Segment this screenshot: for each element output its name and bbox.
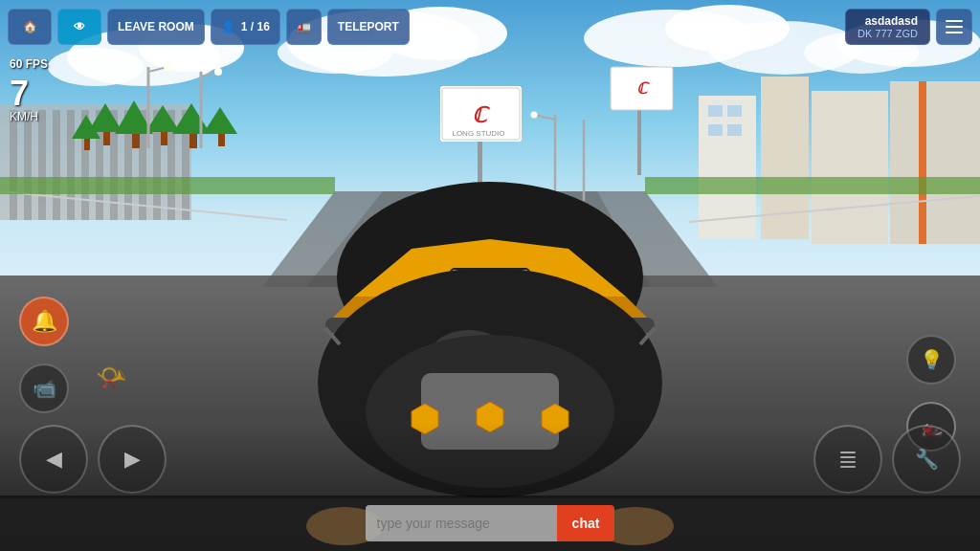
alert-icon: 🔔 (32, 309, 57, 334)
players-count: 1 / 16 (241, 20, 270, 33)
leave-room-button[interactable]: LEAVE ROOM (107, 9, 205, 45)
chat-button-label: chat (572, 516, 600, 531)
leave-room-label: LEAVE ROOM (118, 20, 194, 33)
speed-unit: KM/H (10, 111, 38, 122)
speed-value: 7 (10, 77, 29, 111)
action-1-icon (840, 452, 856, 468)
hud-top-bar: 🏠 👁 LEAVE ROOM 👤 1 / 16 🚛 TELEPORT asdad… (0, 0, 980, 53)
camera-icon: 📹 (33, 377, 56, 400)
player-name: asdadasd (865, 14, 918, 28)
headlight-button[interactable]: 💡 (906, 335, 956, 385)
player-plate: DK 777 ZGD (858, 28, 918, 39)
eye-icon: 👁 (74, 20, 85, 33)
speed-indicator: 7 KM/H (10, 77, 38, 122)
player-info: asdadasd DK 777 ZGD (845, 9, 930, 45)
fps-value: 60 FPS (10, 57, 48, 71)
menu-icon (946, 20, 963, 33)
headlight-icon: 💡 (920, 348, 944, 371)
players-button[interactable]: 👤 1 / 16 (211, 9, 280, 45)
horn-icon: 📯 (96, 364, 126, 392)
nav-left-arrow-button[interactable]: ◀ (19, 425, 88, 494)
menu-button[interactable] (936, 9, 972, 45)
camera-button[interactable]: 📹 (19, 364, 69, 413)
chat-input[interactable] (366, 505, 557, 541)
chat-bar: chat (0, 496, 980, 551)
home-button[interactable]: 🏠 (8, 9, 52, 45)
hud-right: asdadasd DK 777 ZGD (845, 9, 972, 45)
car-icon: 🚛 (297, 20, 311, 33)
horn-button[interactable]: 📯 (96, 364, 126, 393)
nav-right-arrow-button[interactable]: ▶ (98, 425, 167, 494)
action-2-icon: 🔧 (915, 448, 939, 471)
home-icon: 🏠 (23, 20, 37, 33)
car-icon-button[interactable]: 🚛 (286, 9, 322, 45)
eye-button[interactable]: 👁 (57, 9, 101, 45)
fps-counter: 60 FPS (10, 57, 48, 71)
nav-left: ◀ ▶ (19, 425, 167, 494)
game-canvas: ℂ LONG STUDIO ℂ (0, 0, 980, 551)
right-arrow-icon: ▶ (124, 447, 141, 472)
teleport-button[interactable]: TELEPORT (327, 9, 410, 45)
alert-button[interactable]: 🔔 (19, 297, 69, 346)
left-arrow-icon: ◀ (46, 447, 62, 472)
left-controls: 🔔 📹 (19, 297, 69, 413)
nav-action-2-button[interactable]: 🔧 (892, 425, 961, 494)
nav-right: 🔧 (813, 425, 961, 494)
bottom-nav: ◀ ▶ 🔧 (0, 425, 980, 494)
players-icon: 👤 (221, 20, 235, 33)
nav-action-1-button[interactable] (813, 425, 882, 494)
chat-button[interactable]: chat (557, 505, 615, 541)
teleport-label: TELEPORT (338, 20, 399, 33)
